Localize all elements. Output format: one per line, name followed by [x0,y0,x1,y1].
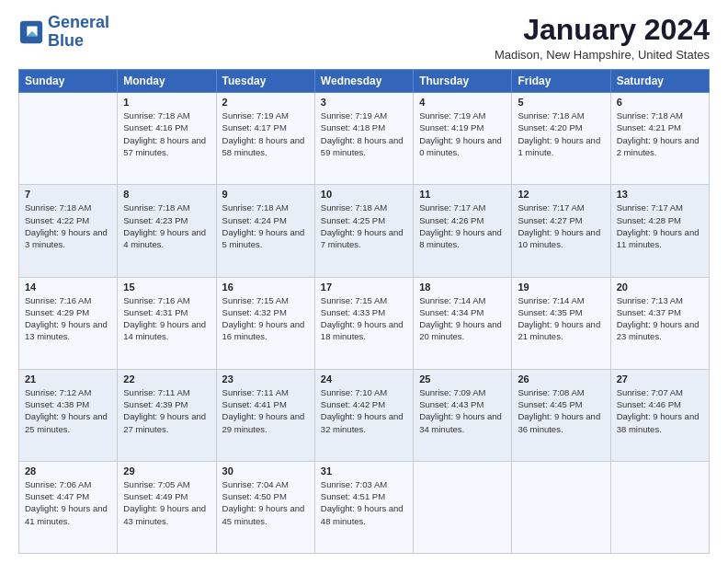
day-info: Sunrise: 7:18 AMSunset: 4:24 PMDaylight:… [222,201,309,250]
day-number: 9 [222,189,309,200]
day-number: 15 [123,282,210,293]
day-number: 30 [222,465,309,477]
day-number: 12 [518,189,604,200]
day-info: Sunrise: 7:17 AMSunset: 4:26 PMDaylight:… [419,201,506,250]
day-info: Sunrise: 7:18 AMSunset: 4:23 PMDaylight:… [123,201,210,250]
calendar-cell: 18Sunrise: 7:14 AMSunset: 4:34 PMDayligh… [414,277,512,369]
day-info: Sunrise: 7:14 AMSunset: 4:35 PMDaylight:… [518,294,604,343]
week-row-3: 21Sunrise: 7:12 AMSunset: 4:38 PMDayligh… [19,369,710,461]
day-number: 10 [321,189,407,200]
calendar-cell: 3Sunrise: 7:19 AMSunset: 4:18 PMDaylight… [314,93,413,185]
day-info: Sunrise: 7:17 AMSunset: 4:27 PMDaylight:… [518,201,604,250]
logo-text: General Blue [48,14,109,51]
day-number: 7 [25,189,111,200]
day-number: 29 [123,465,210,477]
calendar-cell: 13Sunrise: 7:17 AMSunset: 4:28 PMDayligh… [610,185,709,277]
calendar-cell: 28Sunrise: 7:06 AMSunset: 4:47 PMDayligh… [19,461,118,553]
day-number: 18 [419,282,506,293]
day-info: Sunrise: 7:13 AMSunset: 4:37 PMDaylight:… [617,294,703,343]
day-number: 16 [222,282,309,293]
day-info: Sunrise: 7:16 AMSunset: 4:31 PMDaylight:… [123,294,210,343]
title-area: January 2024 Madison, New Hampshire, Uni… [495,14,710,62]
calendar-cell: 6Sunrise: 7:18 AMSunset: 4:21 PMDaylight… [610,93,709,185]
day-number: 2 [222,97,309,108]
calendar-cell: 8Sunrise: 7:18 AMSunset: 4:23 PMDaylight… [118,185,216,277]
day-info: Sunrise: 7:08 AMSunset: 4:45 PMDaylight:… [518,386,604,435]
weekday-header-row: SundayMondayTuesdayWednesdayThursdayFrid… [19,70,710,93]
day-info: Sunrise: 7:11 AMSunset: 4:39 PMDaylight:… [123,386,210,435]
day-number: 31 [321,465,407,477]
calendar-cell: 22Sunrise: 7:11 AMSunset: 4:39 PMDayligh… [118,369,216,461]
day-number: 11 [419,189,506,200]
day-number: 25 [419,373,506,385]
logo-icon [18,19,44,45]
day-info: Sunrise: 7:16 AMSunset: 4:29 PMDaylight:… [25,294,111,343]
day-info: Sunrise: 7:11 AMSunset: 4:41 PMDaylight:… [222,386,309,435]
calendar-cell: 11Sunrise: 7:17 AMSunset: 4:26 PMDayligh… [414,185,512,277]
calendar-cell: 30Sunrise: 7:04 AMSunset: 4:50 PMDayligh… [216,461,314,553]
calendar-cell: 19Sunrise: 7:14 AMSunset: 4:35 PMDayligh… [512,277,610,369]
logo: General Blue [18,14,109,51]
day-number: 26 [518,373,604,385]
weekday-wednesday: Wednesday [314,70,413,93]
calendar-cell: 24Sunrise: 7:10 AMSunset: 4:42 PMDayligh… [314,369,413,461]
day-number: 6 [617,97,703,108]
weekday-saturday: Saturday [610,70,709,93]
calendar-cell: 14Sunrise: 7:16 AMSunset: 4:29 PMDayligh… [19,277,118,369]
calendar-cell [414,461,512,553]
week-row-2: 14Sunrise: 7:16 AMSunset: 4:29 PMDayligh… [19,277,710,369]
day-info: Sunrise: 7:10 AMSunset: 4:42 PMDaylight:… [321,386,407,435]
day-number: 24 [321,373,407,385]
day-info: Sunrise: 7:17 AMSunset: 4:28 PMDaylight:… [617,201,703,250]
logo-line1: General [48,13,109,31]
weekday-thursday: Thursday [414,70,512,93]
month-title: January 2024 [495,14,710,46]
day-number: 22 [123,373,210,385]
day-info: Sunrise: 7:14 AMSunset: 4:34 PMDaylight:… [419,294,506,343]
day-info: Sunrise: 7:18 AMSunset: 4:22 PMDaylight:… [25,201,111,250]
day-info: Sunrise: 7:18 AMSunset: 4:16 PMDaylight:… [123,109,210,158]
day-number: 20 [617,282,703,293]
day-info: Sunrise: 7:19 AMSunset: 4:17 PMDaylight:… [222,109,309,158]
calendar-cell: 17Sunrise: 7:15 AMSunset: 4:33 PMDayligh… [314,277,413,369]
day-number: 19 [518,282,604,293]
day-number: 13 [617,189,703,200]
day-info: Sunrise: 7:09 AMSunset: 4:43 PMDaylight:… [419,386,506,435]
weekday-friday: Friday [512,70,610,93]
week-row-0: 1Sunrise: 7:18 AMSunset: 4:16 PMDaylight… [19,93,710,185]
calendar-cell: 23Sunrise: 7:11 AMSunset: 4:41 PMDayligh… [216,369,314,461]
calendar-cell: 2Sunrise: 7:19 AMSunset: 4:17 PMDaylight… [216,93,314,185]
location: Madison, New Hampshire, United States [495,48,710,62]
calendar-cell: 20Sunrise: 7:13 AMSunset: 4:37 PMDayligh… [610,277,709,369]
day-info: Sunrise: 7:19 AMSunset: 4:18 PMDaylight:… [321,109,407,158]
day-info: Sunrise: 7:18 AMSunset: 4:25 PMDaylight:… [321,201,407,250]
day-info: Sunrise: 7:15 AMSunset: 4:33 PMDaylight:… [321,294,407,343]
day-info: Sunrise: 7:18 AMSunset: 4:21 PMDaylight:… [617,109,703,158]
weekday-tuesday: Tuesday [216,70,314,93]
logo-line2: Blue [48,31,84,50]
calendar-cell: 27Sunrise: 7:07 AMSunset: 4:46 PMDayligh… [610,369,709,461]
day-number: 27 [617,373,703,385]
calendar-cell [610,461,709,553]
day-info: Sunrise: 7:07 AMSunset: 4:46 PMDaylight:… [617,386,703,435]
day-info: Sunrise: 7:18 AMSunset: 4:20 PMDaylight:… [518,109,604,158]
day-number: 1 [123,97,210,108]
calendar-cell: 25Sunrise: 7:09 AMSunset: 4:43 PMDayligh… [414,369,512,461]
calendar-cell [19,93,118,185]
calendar-cell: 4Sunrise: 7:19 AMSunset: 4:19 PMDaylight… [414,93,512,185]
calendar-cell: 15Sunrise: 7:16 AMSunset: 4:31 PMDayligh… [118,277,216,369]
weekday-sunday: Sunday [19,70,118,93]
calendar-cell: 31Sunrise: 7:03 AMSunset: 4:51 PMDayligh… [314,461,413,553]
calendar-cell: 10Sunrise: 7:18 AMSunset: 4:25 PMDayligh… [314,185,413,277]
calendar-cell: 21Sunrise: 7:12 AMSunset: 4:38 PMDayligh… [19,369,118,461]
day-info: Sunrise: 7:19 AMSunset: 4:19 PMDaylight:… [419,109,506,158]
day-number: 21 [25,373,111,385]
day-info: Sunrise: 7:06 AMSunset: 4:47 PMDaylight:… [25,478,111,527]
calendar-cell: 12Sunrise: 7:17 AMSunset: 4:27 PMDayligh… [512,185,610,277]
day-info: Sunrise: 7:05 AMSunset: 4:49 PMDaylight:… [123,478,210,527]
day-number: 8 [123,189,210,200]
calendar-table: SundayMondayTuesdayWednesdayThursdayFrid… [18,69,710,554]
day-number: 3 [321,97,407,108]
calendar-cell: 29Sunrise: 7:05 AMSunset: 4:49 PMDayligh… [118,461,216,553]
day-number: 17 [321,282,407,293]
